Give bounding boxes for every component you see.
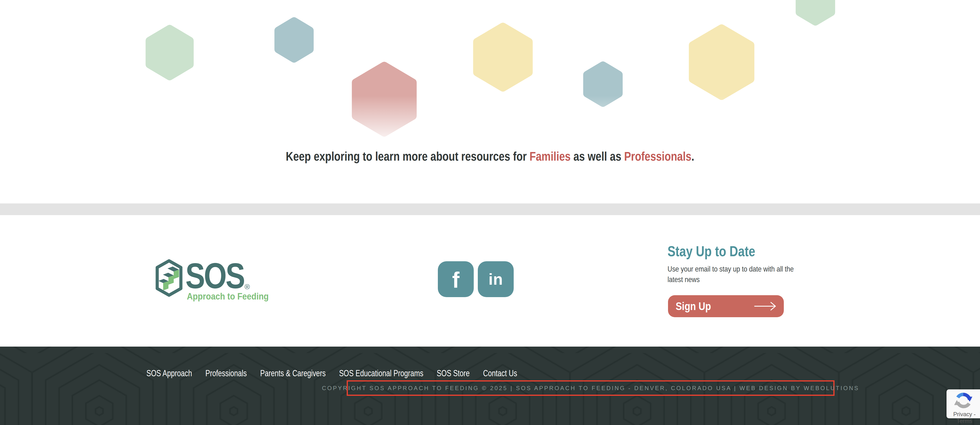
section-divider (0, 203, 980, 215)
professionals-link[interactable]: Professionals (624, 150, 692, 163)
newsletter-section: Stay Up to Date Use your email to stay u… (668, 244, 850, 258)
hero-message: Keep exploring to learn more about resou… (78, 150, 902, 164)
page: Keep exploring to learn more about resou… (0, 0, 980, 425)
hero-message-suffix: . (692, 150, 694, 163)
newsletter-description: Use your email to stay up to date with a… (668, 264, 840, 285)
hero-fade-overlay (0, 96, 980, 155)
facebook-button[interactable]: f (438, 261, 474, 297)
facebook-icon: f (452, 269, 460, 291)
sign-up-label: Sign Up (676, 300, 711, 312)
hero-message-middle: as well as (571, 150, 624, 163)
copyright-text: COPYRIGHT SOS APPROACH TO FEEDING © 2025… (322, 385, 859, 392)
newsletter-heading: Stay Up to Date (668, 244, 813, 258)
footer-link-sos-approach[interactable]: SOS Approach (146, 368, 192, 378)
sos-logo-text: SOS (185, 258, 244, 294)
footer-nav: SOS Approach Professionals Parents & Car… (146, 368, 517, 378)
footer-link-professionals[interactable]: Professionals (205, 368, 247, 378)
hero-message-prefix: Keep exploring to learn more about resou… (286, 150, 530, 163)
copyright-highlight-box: COPYRIGHT SOS APPROACH TO FEEDING © 2025… (347, 380, 835, 396)
sos-logo-tagline: Approach to Feeding (187, 292, 269, 302)
footer-dark: SOS Approach Professionals Parents & Car… (0, 347, 980, 425)
hero-section: Keep exploring to learn more about resou… (0, 0, 980, 203)
linkedin-icon: in (488, 271, 503, 287)
footer-link-contact-us[interactable]: Contact Us (483, 368, 517, 378)
recaptcha-icon (954, 392, 972, 410)
footer-link-sos-store[interactable]: SOS Store (437, 368, 470, 378)
registered-trademark: ® (245, 283, 250, 291)
footer-link-parents-caregivers[interactable]: Parents & Caregivers (260, 368, 326, 378)
sos-logo-hexagon-icon (154, 259, 184, 297)
sign-up-button[interactable]: Sign Up (668, 295, 784, 317)
sos-logo[interactable]: SOS ® Approach to Feeding (154, 259, 288, 309)
arrow-right-icon (753, 301, 777, 311)
recaptcha-badge[interactable]: Privacy - Terms (947, 389, 980, 418)
families-link[interactable]: Families (530, 150, 570, 163)
social-links: f in (438, 261, 514, 297)
footer-main: SOS ® Approach to Feeding f in Stay Up t… (0, 215, 980, 347)
recaptcha-privacy-terms[interactable]: Privacy - Terms (948, 411, 980, 424)
linkedin-button[interactable]: in (478, 261, 514, 297)
footer-link-educational-programs[interactable]: SOS Educational Programs (339, 368, 423, 378)
